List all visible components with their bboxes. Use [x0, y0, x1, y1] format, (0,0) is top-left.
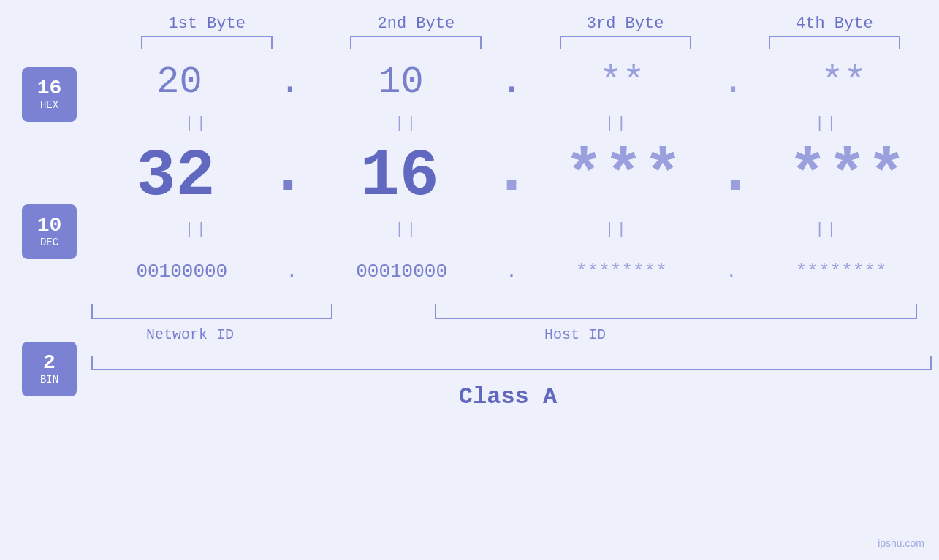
bin-val-3: ********: [576, 261, 667, 283]
eq-1-2: ||: [326, 115, 487, 133]
bin-badge-wrapper: 2 BIN: [22, 340, 77, 398]
id-labels: Network ID Host ID: [77, 326, 939, 352]
class-label: Class A: [459, 383, 557, 410]
bin-val-4: ********: [796, 261, 887, 283]
byte-header-2: 2nd Byte: [335, 15, 496, 33]
hex-name: HEX: [40, 100, 58, 111]
dec-dot-2: .: [492, 135, 531, 217]
bin-cell-2: 00010000: [322, 261, 482, 283]
dec-badge: 10 DEC: [22, 204, 77, 259]
hex-val-4: **: [821, 61, 866, 104]
dec-val-4: ***: [788, 139, 906, 214]
hex-cell-2: 10: [320, 61, 481, 104]
dec-badge-wrapper: 10 DEC: [22, 202, 77, 261]
bottom-brackets-container: [77, 304, 939, 326]
bracket-3: [560, 36, 691, 49]
bin-dot-3: .: [726, 261, 737, 283]
class-bracket: [91, 356, 932, 370]
hex-num: 16: [37, 77, 62, 100]
hex-badge: 16 HEX: [22, 67, 77, 122]
eq-1-4: ||: [746, 115, 907, 133]
network-id-label: Network ID: [146, 326, 234, 343]
host-id-label: Host ID: [544, 326, 606, 343]
eq-2-1: ||: [116, 220, 277, 239]
network-bracket: [91, 304, 332, 319]
hex-val-1: 20: [156, 61, 202, 104]
dec-val-3: ***: [564, 139, 683, 214]
dec-cell-4: ***: [767, 139, 927, 214]
hex-cell-4: **: [764, 61, 924, 104]
dec-val-2: 16: [360, 139, 439, 214]
bin-row: 00100000 . 00010000 . ******** . *******…: [77, 242, 939, 301]
eq-1-3: ||: [536, 115, 697, 133]
host-bracket: [435, 304, 917, 319]
byte-header-3: 3rd Byte: [545, 15, 706, 33]
bin-num: 2: [43, 352, 56, 375]
hex-val-2: 10: [378, 61, 423, 104]
hex-dot-3: .: [721, 61, 744, 104]
values-area: 20 . 10 . ** . ** || || || ||: [77, 53, 939, 410]
eq-row-1: [22, 148, 77, 177]
dec-dot-3: .: [715, 135, 755, 217]
hex-cell-1: 20: [99, 61, 259, 104]
bin-badge: 2 BIN: [22, 342, 77, 396]
hex-cell-3: **: [542, 61, 703, 104]
hex-dot-2: .: [500, 61, 522, 104]
hex-dot-1: .: [278, 61, 301, 104]
dec-dot-1: .: [268, 135, 308, 217]
bracket-1: [141, 36, 273, 49]
bin-name: BIN: [40, 375, 58, 386]
hex-val-3: **: [599, 61, 645, 104]
eq-2-2: ||: [326, 220, 487, 239]
hex-badge-wrapper: 16 HEX: [22, 65, 77, 123]
table-wrapper: 16 HEX 10 DEC 2 BIN: [0, 53, 939, 410]
base-badges: 16 HEX 10 DEC 2 BIN: [0, 53, 77, 410]
bin-dot-2: .: [506, 261, 517, 283]
eq-2-3: ||: [536, 220, 697, 239]
dec-name: DEC: [40, 237, 58, 248]
bin-val-1: 00100000: [136, 261, 227, 283]
bin-cell-3: ********: [541, 261, 702, 283]
dec-cell-2: 16: [319, 139, 480, 214]
dec-val-1: 32: [137, 139, 216, 214]
equals-row-2: || || || ||: [77, 217, 939, 242]
eq-1-1: ||: [116, 115, 277, 133]
bin-cell-1: 00100000: [102, 261, 262, 283]
bracket-2: [350, 36, 482, 49]
hex-row: 20 . 10 . ** . **: [77, 53, 939, 111]
bracket-4: [769, 36, 900, 49]
class-label-row: Class A: [77, 383, 939, 410]
bin-val-2: 00010000: [356, 261, 447, 283]
byte-headers: 1st Byte 2nd Byte 3rd Byte 4th Byte: [0, 15, 939, 33]
bin-dot-1: .: [286, 261, 297, 283]
dec-cell-1: 32: [96, 139, 256, 214]
byte-header-4: 4th Byte: [754, 15, 915, 33]
dec-num: 10: [37, 215, 62, 237]
main-container: 1st Byte 2nd Byte 3rd Byte 4th Byte 16 H…: [0, 0, 939, 560]
top-brackets: [0, 36, 939, 49]
dec-row: 32 . 16 . *** . ***: [77, 137, 939, 217]
eq-2-4: ||: [746, 220, 907, 239]
dec-cell-3: ***: [543, 139, 704, 214]
watermark: ipshu.com: [878, 537, 924, 549]
class-bracket-container: [77, 356, 939, 377]
bin-cell-4: ********: [761, 261, 921, 283]
eq-row-2: [22, 285, 77, 315]
equals-row-1: || || || ||: [77, 111, 939, 137]
byte-header-1: 1st Byte: [126, 15, 287, 33]
